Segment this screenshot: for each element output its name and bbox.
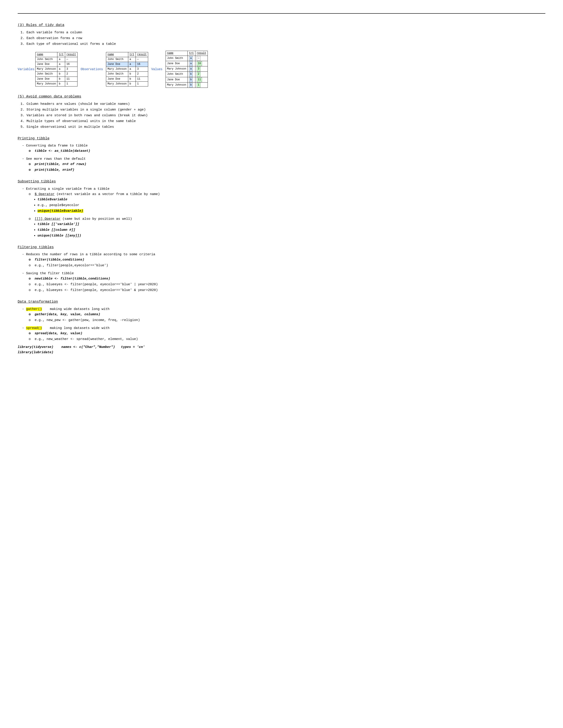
section-heading-transform: Data transformation [18, 299, 545, 305]
printing-code-3: o print(tibble, n=inf) [29, 167, 545, 173]
col-trt-3: trt [188, 51, 195, 56]
dollar-sublist: tibble$variable e.g., people$eyecolor un… [38, 197, 545, 214]
filtering-list: - Reduces the number of rows in a tibble… [22, 252, 545, 293]
tables-diagram: Variables name trt result John Smitha— J… [18, 51, 545, 88]
table-row: Jane Doe a 16 [165, 61, 207, 66]
col-trt-2: trt [128, 52, 136, 57]
table-row: John Smith b 2 [165, 72, 207, 77]
table-row: Mary Johnsonb1 [36, 81, 77, 86]
col-result-3: result [195, 51, 207, 56]
col-result-2: result [136, 52, 148, 57]
section-avoid-problems: (5) Avoid common data problems Column he… [18, 94, 545, 130]
table-row: Mary Johnsona3 [106, 67, 148, 72]
table-row: Jane Doea16 [106, 62, 148, 67]
spread-sublist: o spread(data, key, value) o e.g., new_w… [29, 331, 545, 342]
bracket-item-2: tibble [[column #]] [38, 227, 545, 233]
col-name-1: name [36, 52, 57, 57]
filtering-sublist-2: o newtibble <- filter(tibble,conditions)… [29, 276, 545, 293]
problems-list: Column headers are values (should be var… [26, 101, 545, 130]
table-row: Jane Doe b 11 [165, 77, 207, 82]
table-2: name trt result John Smitha— Jane Doea16… [106, 52, 148, 86]
variables-label: Variables [18, 67, 35, 72]
table-row: Jane Doea16 [36, 62, 77, 67]
section-heading-subsetting: Subsetting tibbles [18, 179, 545, 185]
subsetting-intro: - Extracting a single variable from a ti… [22, 186, 545, 238]
printing-sublist-2: o print(tibble, n=# of rows) o print(tib… [29, 162, 545, 173]
top-divider [18, 13, 545, 14]
rule-1: Each variable forms a column [26, 30, 545, 35]
table-3: name trt result John Smith a — Jane Doe … [165, 51, 208, 88]
problem-4: Multiple types of observational units in… [26, 119, 545, 124]
transform-gather: - gather() making wide datasets long wit… [22, 307, 545, 323]
filtering-saving: - Saving the filter tibble o newtibble <… [22, 271, 545, 293]
problem-1: Column headers are values (should be var… [26, 101, 545, 107]
section-heading-rules: (3) Rules of tidy data [18, 23, 545, 28]
problem-5: Single observational unit in multiple ta… [26, 124, 545, 130]
filter-save-ex2: o e.g., blueeyes <- filter(people, eyeco… [29, 288, 545, 293]
section-heading-filtering: Filtering tibbles [18, 245, 545, 250]
section-rules-tidy-data: (3) Rules of tidy data Each variable for… [18, 23, 545, 88]
printing-sublist-1: o tibble <- as_tibble(dataset) [29, 148, 545, 154]
table-row: Mary Johnson a 3 [165, 66, 207, 72]
rule-2: Each observation forms a row [26, 36, 545, 41]
col-name-2: name [106, 52, 128, 57]
printing-item-1: - Converting data frame to tibble o tibb… [22, 143, 545, 154]
table-row: Mary Johnsona3 [36, 67, 77, 72]
rules-list: Each variable forms a column Each observ… [26, 30, 545, 47]
table-row: Jane Doeb11 [106, 77, 148, 81]
observations-label: Observations [77, 67, 106, 72]
gather-example: o e.g., new_pew <- gather(pew, income, f… [29, 318, 545, 323]
subsetting-sublist: o $ Operator (extract variable as a vect… [29, 192, 545, 238]
bracket-item-1: tibble [['variable']] [38, 222, 545, 227]
gather-code: o gather(data, key, value, columns) [29, 312, 545, 317]
table-row: John Smithb2 [36, 72, 77, 77]
table-row: Mary Johnsonb1 [106, 81, 148, 86]
table-row: Jane Doeb11 [36, 77, 77, 81]
problem-3: Variables are stored in both rows and co… [26, 113, 545, 118]
printing-code-1: o tibble <- as_tibble(dataset) [29, 148, 545, 154]
table-row: John Smithb2 [106, 72, 148, 77]
printing-list: - Converting data frame to tibble o tibb… [22, 143, 545, 173]
section-filtering-tibbles: Filtering tibbles - Reduces the number o… [18, 245, 545, 293]
printing-item-2: - See more rows than the default o print… [22, 156, 545, 173]
problem-2: Storing multiple variables in a single c… [26, 107, 545, 113]
rule-3: Each type of observational unit forms a … [26, 41, 545, 47]
col-result-1: result [65, 52, 77, 57]
subsetting-list: - Extracting a single variable from a ti… [22, 186, 545, 238]
library-lubridate-line: library(lubridate) [18, 350, 545, 355]
subsetting-bracket: o [[]] Operator (same but also by positi… [29, 216, 545, 238]
filter-save-ex1: o e.g., blueeyes <- filter(people, eyeco… [29, 282, 545, 287]
filtering-intro: - Reduces the number of rows in a tibble… [22, 252, 545, 268]
col-name-3: name [165, 51, 187, 56]
spread-code: o spread(data, key, value) [29, 331, 545, 336]
dollar-item-3: unique(tibble$variable) [38, 208, 545, 214]
spread-example: o e.g., new_weather <- spread(weather, e… [29, 337, 545, 342]
section-heading-avoid: (5) Avoid common data problems [18, 94, 545, 100]
dollar-item-1: tibble$variable [38, 197, 545, 202]
bracket-item-3: unique(tibble [[any]]) [38, 233, 545, 238]
filter-save-code: o newtibble <- filter(tibble,conditions) [29, 276, 545, 281]
transform-spread: - spread() making long datasets wide wit… [22, 326, 545, 342]
filter-example-1: o e.g., filter(people,eyecolor=='blue') [29, 263, 545, 268]
section-data-transformation: Data transformation - gather() making wi… [18, 299, 545, 355]
table-1: name trt result John Smitha— Jane Doea16… [35, 52, 77, 86]
transform-list: - gather() making wide datasets long wit… [22, 307, 545, 342]
library-tidyverse-line: library(tidyverse) names <- c("Char","Nu… [18, 345, 545, 350]
bracket-sublist: tibble [['variable']] tibble [[column #]… [38, 222, 545, 238]
section-subsetting-tibbles: Subsetting tibbles - Extracting a single… [18, 179, 545, 238]
table-row: Mary Johnson b 1 [165, 82, 207, 88]
filter-code-bold: o filter(tibble,conditions) [29, 257, 545, 263]
filtering-sublist-1: o filter(tibble,conditions) o e.g., filt… [29, 257, 545, 268]
table-row: John Smitha— [36, 57, 77, 62]
dollar-item-2: e.g., people$eyecolor [38, 203, 545, 208]
gather-sublist: o gather(data, key, value, columns) o e.… [29, 312, 545, 323]
section-printing-tibble: Printing tibble - Converting data frame … [18, 136, 545, 173]
library-lines: library(tidyverse) names <- c("Char","Nu… [18, 345, 545, 355]
col-trt-1: trt [57, 52, 65, 57]
subsetting-dollar: o $ Operator (extract variable as a vect… [29, 192, 545, 214]
values-label: Values [148, 67, 165, 72]
table-row: John Smith a — [165, 56, 207, 61]
printing-code-2: o print(tibble, n=# of rows) [29, 162, 545, 167]
table-row: John Smitha— [106, 57, 148, 62]
section-heading-printing: Printing tibble [18, 136, 545, 142]
